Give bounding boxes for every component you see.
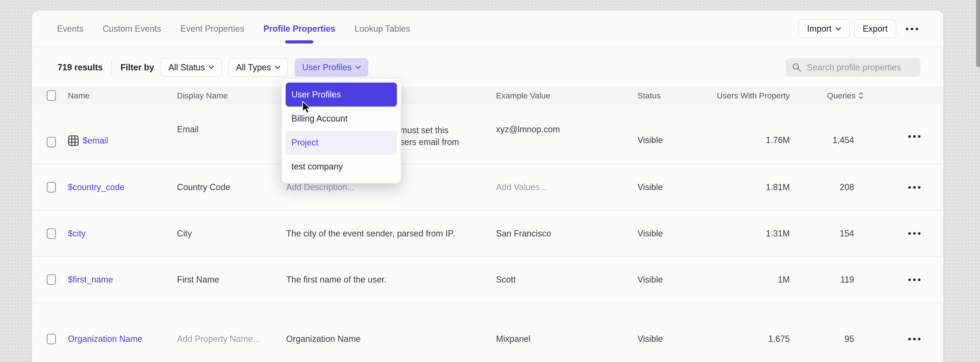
- description-line: d users email from: [388, 136, 496, 148]
- table-grid-icon: [68, 135, 79, 146]
- chevron-down-icon: [208, 66, 214, 69]
- header-example-value: Example Value: [496, 91, 638, 100]
- filter-bar: 719 results Filter by All Status All Typ…: [32, 47, 943, 88]
- header-queries[interactable]: Queries: [790, 91, 864, 100]
- header-users-with-property: Users With Property: [717, 91, 790, 100]
- status-cell[interactable]: Visible: [638, 182, 717, 192]
- tab-event-properties[interactable]: Event Properties: [180, 11, 244, 47]
- property-name-link[interactable]: Organization Name: [68, 334, 142, 344]
- row-actions-button[interactable]: [908, 232, 921, 235]
- status-cell[interactable]: Visible: [638, 228, 717, 239]
- queries-cell: 1,454: [790, 104, 864, 145]
- users-with-property-cell: 1.81M: [717, 182, 790, 192]
- property-name-link[interactable]: $city: [68, 228, 86, 239]
- row-checkbox[interactable]: [47, 334, 56, 344]
- property-name-link[interactable]: $email: [83, 136, 108, 146]
- example-value-cell[interactable]: Mixpanel: [496, 334, 638, 344]
- divider: [111, 61, 112, 74]
- scrollbar-thumb[interactable]: [976, 0, 980, 67]
- queries-cell: 154: [790, 228, 864, 239]
- export-button[interactable]: Export: [854, 19, 896, 38]
- chevron-down-icon: [355, 66, 361, 69]
- description-line: ou must set this: [388, 124, 496, 136]
- table-row: $country_code Country Code Add Descripti…: [32, 164, 943, 211]
- status-filter-label: All Status: [169, 62, 205, 72]
- example-value-cell[interactable]: Add Values...: [496, 182, 638, 192]
- tab-profile-properties[interactable]: Profile Properties: [263, 11, 335, 47]
- example-value-cell[interactable]: xyz@lmnop.com: [496, 104, 638, 134]
- row-actions-button[interactable]: [908, 279, 921, 281]
- table-row: $email Email ou must set this d users em…: [32, 104, 943, 164]
- row-checkbox[interactable]: [47, 182, 56, 193]
- table-header-row: Name Display Name Example Value Status U…: [32, 88, 943, 104]
- queries-cell: 208: [790, 182, 864, 192]
- status-cell[interactable]: Visible: [638, 274, 717, 285]
- display-name-cell[interactable]: Email: [177, 104, 286, 134]
- row-actions-button[interactable]: [908, 135, 921, 138]
- search-input[interactable]: [807, 62, 914, 73]
- tab-events[interactable]: Events: [57, 11, 83, 47]
- row-checkbox[interactable]: [47, 137, 56, 147]
- sort-icon[interactable]: [858, 92, 864, 99]
- property-name-link[interactable]: $country_code: [68, 182, 124, 192]
- results-count: 719 results: [57, 62, 103, 72]
- type-filter-label: All Types: [236, 62, 271, 72]
- header-queries-label: Queries: [827, 91, 856, 100]
- status-cell[interactable]: Visible: [638, 104, 717, 145]
- type-filter-dropdown[interactable]: All Types: [228, 58, 288, 77]
- display-name-cell[interactable]: Add Property Name...: [177, 334, 286, 344]
- queries-cell: 119: [790, 274, 864, 285]
- menu-item-project[interactable]: Project: [286, 131, 397, 155]
- queries-cell: 95: [790, 334, 864, 344]
- tab-lookup-tables[interactable]: Lookup Tables: [355, 11, 410, 47]
- table-row: $city City The city of the event sender,…: [32, 211, 943, 257]
- example-value-cell[interactable]: San Francisco: [496, 228, 638, 239]
- filter-by-label: Filter by: [120, 62, 154, 72]
- users-with-property-cell: 1,675: [717, 334, 790, 344]
- export-button-label: Export: [863, 24, 888, 34]
- entity-filter-menu: User Profiles Billing Account Project te…: [282, 78, 401, 183]
- row-checkbox[interactable]: [47, 228, 56, 239]
- display-name-cell[interactable]: First Name: [177, 274, 286, 285]
- select-all-checkbox[interactable]: [47, 90, 56, 101]
- toolbar: Import Export: [799, 19, 920, 38]
- example-value-cell[interactable]: Scott: [496, 274, 638, 285]
- header-name: Name: [68, 91, 177, 100]
- users-with-property-cell: 1.31M: [717, 228, 790, 239]
- property-name-link[interactable]: $first_name: [68, 274, 113, 285]
- description-cell[interactable]: Add Description...: [286, 182, 496, 192]
- description-cell[interactable]: The first name of the user.: [286, 274, 496, 285]
- status-cell[interactable]: Visible: [638, 334, 717, 344]
- row-actions-button[interactable]: [908, 186, 921, 189]
- display-name-cell[interactable]: Country Code: [177, 182, 286, 192]
- tab-custom-events[interactable]: Custom Events: [103, 11, 161, 47]
- header-status: Status: [638, 91, 717, 100]
- mouse-cursor: [302, 101, 311, 115]
- chevron-down-icon: [835, 27, 841, 31]
- description-cell[interactable]: The city of the event sender, parsed fro…: [286, 228, 496, 239]
- row-checkbox[interactable]: [47, 274, 56, 285]
- description-cell[interactable]: Organization Name: [286, 334, 496, 344]
- entity-filter-dropdown[interactable]: User Profiles: [294, 58, 368, 77]
- users-with-property-cell: 1.76M: [717, 104, 790, 145]
- import-button[interactable]: Import: [799, 19, 850, 38]
- chevron-down-icon: [275, 66, 280, 69]
- search-box[interactable]: [786, 58, 921, 77]
- users-with-property-cell: 1M: [717, 274, 790, 285]
- table-row: $first_name First Name The first name of…: [32, 257, 943, 303]
- search-icon: [792, 63, 802, 72]
- header-display-name: Display Name: [177, 91, 286, 100]
- import-button-label: Import: [807, 24, 832, 34]
- lexicon-panel: Events Custom Events Event Properties Pr…: [32, 11, 943, 362]
- display-name-cell[interactable]: City: [177, 228, 286, 239]
- row-actions-button[interactable]: [908, 338, 921, 340]
- status-filter-dropdown[interactable]: All Status: [161, 58, 222, 77]
- menu-item-test-company[interactable]: test company: [286, 155, 397, 179]
- more-options-button[interactable]: [904, 28, 920, 30]
- select-all-cell: [32, 90, 68, 101]
- table-row: Organization Name Add Property Name... O…: [32, 303, 943, 362]
- entity-filter-label: User Profiles: [302, 62, 352, 72]
